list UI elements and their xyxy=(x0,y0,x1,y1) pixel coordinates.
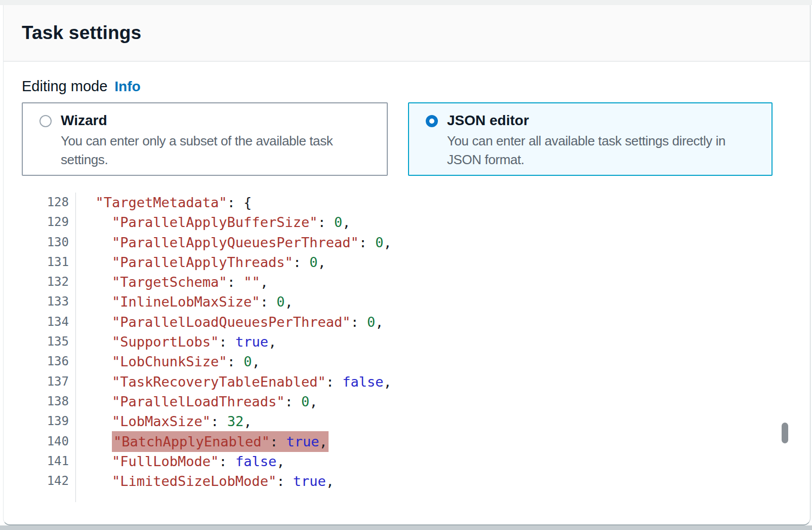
info-link[interactable]: Info xyxy=(114,79,140,95)
code-token: : xyxy=(270,434,287,449)
line-numbers: 1281291301311321331341351361371381391401… xyxy=(22,193,76,502)
code-token: 0 xyxy=(276,294,285,310)
code-token: true xyxy=(235,334,268,350)
code-token: , xyxy=(260,274,268,290)
radio-json-editor[interactable] xyxy=(426,115,438,127)
code-token: : xyxy=(350,314,367,330)
task-settings-panel: Task settings Editing mode Info Wizard Y… xyxy=(3,5,810,525)
code-token: 0 xyxy=(375,235,383,250)
code-token xyxy=(79,434,112,449)
editing-mode-label: Editing mode xyxy=(22,78,107,95)
code-line[interactable]: "LimitedSizeLobMode": true, xyxy=(79,471,810,491)
code-token: : xyxy=(276,473,293,489)
code-token: "" xyxy=(243,274,260,290)
code-token: : xyxy=(227,354,244,369)
code-line[interactable]: "TaskRecoveryTableEnabled": false, xyxy=(79,372,810,392)
code-token: , xyxy=(317,254,326,270)
code-token xyxy=(79,195,96,210)
line-number: 142 xyxy=(22,471,75,491)
code-token: 0 xyxy=(309,254,317,270)
code-token xyxy=(79,473,112,489)
line-number: 136 xyxy=(22,352,75,371)
code-token: , xyxy=(268,334,276,350)
code-token xyxy=(79,274,112,290)
code-token: "LimitedSizeLobMode" xyxy=(112,473,276,489)
code-lines[interactable]: "TargetMetadata": { "ParallelApplyBuffer… xyxy=(76,193,810,502)
code-line[interactable]: "ParallelLoadQueuesPerThread": 0, xyxy=(79,312,810,332)
code-line[interactable]: "LobChunkSize": 0, xyxy=(79,352,810,371)
code-token: : xyxy=(326,374,343,390)
code-token: "SupportLobs" xyxy=(112,334,219,350)
line-number: 138 xyxy=(22,392,75,411)
code-line[interactable]: "TargetSchema": "", xyxy=(79,272,810,292)
json-code-editor[interactable]: 1281291301311321331341351361371381391401… xyxy=(22,193,810,502)
code-line[interactable]: "FullLobMode": false, xyxy=(79,451,810,471)
code-token: "ParallelApplyThreads" xyxy=(112,254,293,270)
code-token: "ParallelApplyBufferSize" xyxy=(112,214,317,230)
code-token: true xyxy=(286,434,319,449)
code-token: false xyxy=(235,453,276,469)
code-line[interactable]: "ParallelApplyThreads": 0, xyxy=(79,252,810,272)
panel-header: Task settings xyxy=(4,5,810,62)
search-highlight: "BatchApplyEnabled": true, xyxy=(112,431,329,452)
line-number: 137 xyxy=(22,372,75,392)
vertical-scrollbar-thumb[interactable] xyxy=(782,423,788,443)
code-line[interactable]: "InlineLobMaxSize": 0, xyxy=(79,292,810,312)
code-token: "LobMaxSize" xyxy=(112,413,211,429)
code-line[interactable]: "ParallelApplyQueuesPerThread": 0, xyxy=(79,233,810,252)
code-token: "ParallelApplyQueuesPerThread" xyxy=(112,235,359,250)
line-number: 134 xyxy=(22,312,75,332)
code-token: "TaskRecoveryTableEnabled" xyxy=(112,374,326,390)
code-token xyxy=(79,254,112,270)
code-token: 0 xyxy=(334,214,342,230)
code-token: , xyxy=(285,294,293,310)
editing-mode-row: Editing mode Info xyxy=(22,78,810,95)
code-token xyxy=(79,235,112,250)
radio-wizard[interactable] xyxy=(39,115,52,127)
editing-mode-tiles: Wizard You can enter only a subset of th… xyxy=(22,102,810,176)
line-number: 139 xyxy=(22,411,75,431)
code-token: : xyxy=(227,274,244,290)
code-token: : xyxy=(317,214,334,230)
line-number: 129 xyxy=(22,212,75,232)
code-token: : xyxy=(260,294,277,310)
code-token xyxy=(79,453,112,469)
code-line[interactable]: "BatchApplyEnabled": true, xyxy=(79,432,810,451)
code-line[interactable]: "TargetMetadata": { xyxy=(79,193,810,212)
code-token: : xyxy=(293,254,310,270)
code-token: , xyxy=(309,394,317,409)
code-token xyxy=(79,294,112,310)
code-token: , xyxy=(252,354,260,369)
code-line[interactable]: "ParallelApplyBufferSize": 0, xyxy=(79,212,810,232)
code-line[interactable]: "ParallelLoadThreads": 0, xyxy=(79,392,810,411)
tile-wizard[interactable]: Wizard You can enter only a subset of th… xyxy=(22,102,388,176)
code-line[interactable]: "SupportLobs": true, xyxy=(79,332,810,352)
code-token: 0 xyxy=(243,354,252,369)
code-token: "BatchApplyEnabled" xyxy=(113,434,270,449)
line-number: 131 xyxy=(22,252,75,272)
code-token: , xyxy=(319,434,327,449)
code-line[interactable]: "LobMaxSize": 32, xyxy=(79,411,810,431)
line-number: 135 xyxy=(22,332,75,352)
code-token xyxy=(79,394,112,409)
code-token: 0 xyxy=(301,394,309,409)
code-token: : xyxy=(359,235,376,250)
code-token: 32 xyxy=(227,413,244,429)
code-token: , xyxy=(326,473,334,489)
page-background-bottom xyxy=(0,525,812,530)
code-token: , xyxy=(276,453,285,469)
code-token: : xyxy=(211,413,227,429)
tile-json-editor[interactable]: JSON editor You can enter all available … xyxy=(408,102,773,176)
line-number: 133 xyxy=(22,292,75,312)
code-token: "TargetSchema" xyxy=(112,274,227,290)
code-token: "TargetMetadata" xyxy=(96,195,227,210)
code-token: : xyxy=(219,453,235,469)
tile-wizard-label: Wizard xyxy=(61,111,378,130)
line-number: 132 xyxy=(22,272,75,292)
code-token: , xyxy=(243,413,252,429)
code-token: , xyxy=(342,214,350,230)
panel-content: Editing mode Info Wizard You can enter o… xyxy=(4,78,810,502)
code-token: "InlineLobMaxSize" xyxy=(112,294,260,310)
code-token xyxy=(79,314,112,330)
code-token: "ParallelLoadQueuesPerThread" xyxy=(112,314,350,330)
